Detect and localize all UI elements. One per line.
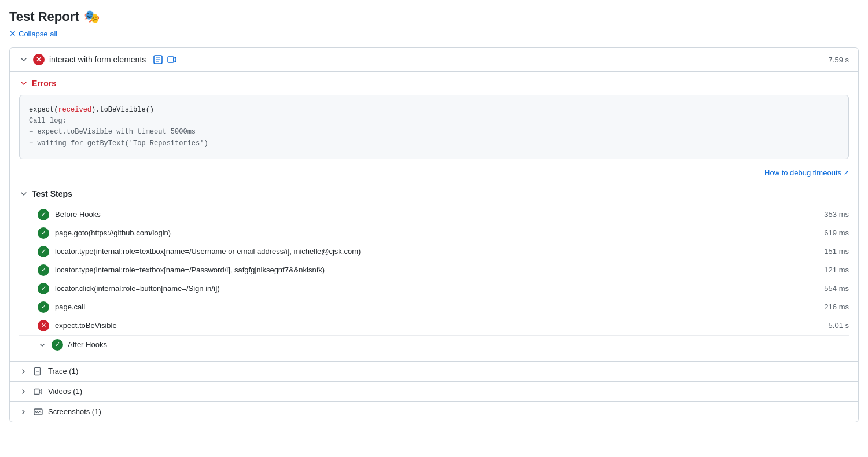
test-header: ✕ interact with form elements [10, 48, 858, 72]
step-row: ✕ expect.toBeVisible 5.01 s [19, 316, 849, 335]
step-fail-icon: ✕ [38, 320, 49, 331]
step-pass-icon: ✓ [38, 246, 49, 257]
collapse-all-button[interactable]: ✕ Collapse all [9, 29, 859, 38]
after-hooks-left: ✓ After Hooks [38, 339, 107, 351]
trace-label: Trace (1) [48, 367, 78, 375]
collapse-x-icon: ✕ [9, 29, 16, 38]
title-emoji: 🎭 [84, 9, 100, 24]
test-status-fail-badge: ✕ [33, 54, 45, 65]
errors-chevron[interactable] [19, 79, 28, 88]
trace-file-icon [33, 366, 43, 377]
after-hooks-row: ✓ After Hooks [19, 335, 849, 354]
title-text: Test Report [9, 9, 79, 24]
step-pass-icon: ✓ [38, 301, 49, 313]
errors-header[interactable]: Errors [19, 79, 849, 88]
step-pass-icon: ✓ [38, 209, 49, 220]
step-name: locator.click(internal:role=button[name=… [55, 284, 220, 293]
test-steps-section: Test Steps ✓ Before Hooks 353 ms ✓ page.… [10, 182, 858, 361]
video-file-icon [33, 386, 43, 397]
errors-section: Errors expect(received).toBeVisible() Ca… [10, 72, 858, 159]
screenshots-left: Screenshots (1) [19, 407, 101, 417]
collapse-all-label: Collapse all [19, 30, 57, 38]
step-row: ✓ locator.type(internal:role=textbox[nam… [19, 242, 849, 261]
videos-collapsible-row[interactable]: Videos (1) [10, 381, 858, 401]
after-hooks-chevron[interactable] [38, 340, 47, 349]
videos-left: Videos (1) [19, 386, 82, 397]
test-steps-label: Test Steps [32, 189, 72, 198]
step-row: ✓ page.goto(https://github.com/login) 61… [19, 224, 849, 242]
steps-chevron[interactable] [19, 189, 28, 198]
step-duration: 216 ms [824, 303, 849, 311]
step-row: ✓ Before Hooks 353 ms [19, 205, 849, 224]
svg-point-11 [36, 411, 38, 412]
step-name: expect.toBeVisible [55, 321, 117, 330]
step-duration: 554 ms [824, 284, 849, 293]
errors-label: Errors [32, 79, 56, 88]
debug-link-text: How to debug timeouts [764, 168, 841, 177]
external-link-icon: ↗ [844, 169, 849, 176]
step-name: page.goto(https://github.com/login) [55, 228, 171, 237]
trace-icon[interactable] [153, 54, 163, 65]
error-code-block: expect(received).toBeVisible() Call log:… [19, 95, 849, 159]
step-name: locator.type(internal:role=textbox[name=… [55, 247, 361, 256]
trace-chevron[interactable] [19, 367, 28, 376]
test-duration: 7.59 s [829, 56, 849, 64]
screenshot-icon [33, 407, 43, 417]
test-container: ✕ interact with form elements [9, 47, 859, 422]
page-title: Test Report 🎭 [9, 9, 859, 24]
svg-rect-9 [34, 389, 39, 394]
step-duration: 619 ms [824, 228, 849, 237]
step-name: locator.type(internal:role=textbox[name=… [55, 266, 325, 274]
test-chevron-down[interactable] [19, 55, 28, 64]
test-body: Errors expect(received).toBeVisible() Ca… [10, 72, 858, 422]
debug-link-container: How to debug timeouts ↗ [10, 164, 858, 182]
videos-chevron[interactable] [19, 387, 28, 396]
step-row: ✓ locator.type(internal:role=textbox[nam… [19, 261, 849, 279]
screenshots-chevron[interactable] [19, 407, 28, 417]
test-steps-header[interactable]: Test Steps [19, 189, 849, 198]
step-row: ✓ locator.click(internal:role=button[nam… [19, 279, 849, 298]
step-duration: 121 ms [824, 266, 849, 274]
step-name: Before Hooks [55, 210, 101, 219]
screenshots-label: Screenshots (1) [48, 407, 101, 416]
test-icons [153, 54, 177, 65]
step-name: page.call [55, 303, 85, 311]
step-duration: 5.01 s [829, 321, 849, 330]
step-duration: 151 ms [824, 247, 849, 256]
svg-rect-4 [168, 57, 174, 62]
trace-collapsible-row[interactable]: Trace (1) [10, 361, 858, 381]
step-pass-icon: ✓ [38, 283, 49, 294]
after-hooks-label: After Hooks [68, 340, 107, 349]
screenshots-collapsible-row[interactable]: Screenshots (1) [10, 401, 858, 422]
step-row: ✓ page.call 216 ms [19, 298, 849, 316]
video-icon[interactable] [167, 54, 177, 65]
debug-timeouts-link[interactable]: How to debug timeouts ↗ [764, 168, 849, 177]
step-pass-icon: ✓ [38, 227, 49, 239]
videos-label: Videos (1) [48, 387, 82, 396]
after-hooks-pass-icon: ✓ [52, 339, 63, 351]
trace-left: Trace (1) [19, 366, 78, 377]
step-pass-icon: ✓ [38, 264, 49, 276]
test-name: interact with form elements [49, 55, 146, 64]
test-header-left: ✕ interact with form elements [19, 54, 177, 65]
step-duration: 353 ms [824, 210, 849, 219]
